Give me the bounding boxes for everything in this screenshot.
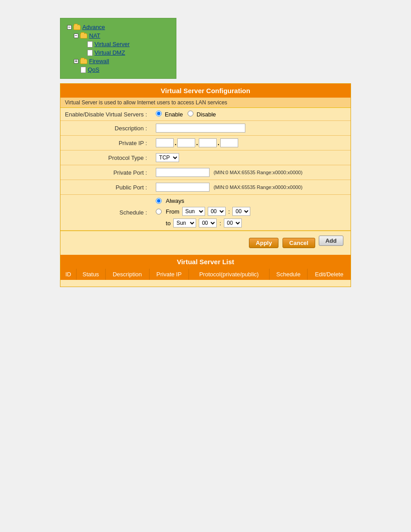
schedule-from-row: From Sun Mon Tue Wed Thu Fri Sat: [156, 207, 346, 216]
from-radio[interactable]: [156, 209, 162, 215]
config-section-title: Virtual Server Configuration: [60, 84, 351, 98]
config-panel: Virtual Server Configuration Virtual Ser…: [60, 83, 351, 287]
list-empty-row: [60, 280, 351, 287]
cancel-button[interactable]: Cancel: [283, 238, 315, 248]
private-port-value: (MIN:0 MAX:65535 Range:x0000:x0000): [151, 165, 351, 180]
private-port-hint: (MIN:0 MAX:65535 Range:x0000:x0000): [214, 170, 303, 175]
col-status: Status: [76, 269, 105, 280]
schedule-label: Schedule :: [60, 195, 151, 231]
description-value: [151, 121, 351, 136]
ip-octet1[interactable]: [156, 138, 174, 147]
disable-radio-label[interactable]: Disable: [188, 111, 216, 118]
enable-disable-row: Enable/Disable Virtual Servers : Enable …: [60, 108, 351, 121]
public-port-value: (MIN:0 MAX:65535 Range:x0000:x0000): [151, 180, 351, 195]
firewall-link[interactable]: Firewall: [89, 58, 109, 64]
protocol-type-row: Protocol Type : TCP UDP Both: [60, 150, 351, 165]
protocol-type-value: TCP UDP Both: [151, 150, 351, 165]
from-hour-select[interactable]: 00: [208, 207, 226, 216]
ip-octet4[interactable]: [220, 138, 238, 147]
schedule-value: Always From Sun Mon Tue Wed Thu Fr: [151, 195, 351, 231]
description-label: Description :: [60, 121, 151, 136]
protocol-type-label: Protocol Type :: [60, 150, 151, 165]
nat-folder-icon: [80, 33, 87, 39]
public-port-input[interactable]: [156, 183, 210, 192]
always-label: Always: [166, 197, 184, 204]
ip-octet3[interactable]: [199, 138, 217, 147]
always-radio[interactable]: [156, 198, 162, 204]
to-day-select[interactable]: Sun Mon Tue Wed Thu Fri Sat: [173, 219, 196, 227]
from-day-select[interactable]: Sun Mon Tue Wed Thu Fri Sat: [182, 207, 205, 216]
nav-advance[interactable]: − Advance: [67, 23, 169, 31]
virtual-server-link[interactable]: Virtual Server: [94, 41, 130, 47]
public-port-label: Public Port :: [60, 180, 151, 195]
nav-virtual-dmz[interactable]: Virtual DMZ: [67, 48, 169, 57]
nav-tree: − Advance − NAT Virtual Server Virtual D…: [60, 18, 176, 79]
enable-disable-value: Enable Disable: [151, 108, 351, 121]
nav-virtual-server[interactable]: Virtual Server: [67, 40, 169, 48]
private-port-row: Private Port : (MIN:0 MAX:65535 Range:x0…: [60, 165, 351, 180]
nav-qos[interactable]: QoS: [67, 65, 169, 74]
add-button[interactable]: Add: [319, 236, 343, 246]
public-port-row: Public Port : (MIN:0 MAX:65535 Range:x00…: [60, 180, 351, 195]
to-min-select[interactable]: 00: [224, 219, 242, 227]
private-ip-row: Private IP : . . .: [60, 136, 351, 150]
virtual-server-doc-icon: [87, 41, 93, 47]
minus-icon[interactable]: −: [67, 25, 72, 30]
disable-radio[interactable]: [188, 111, 193, 116]
col-schedule: Schedule: [269, 269, 307, 280]
schedule-row: Schedule : Always From Sun Mon: [60, 195, 351, 231]
nat-link[interactable]: NAT: [89, 32, 100, 39]
from-label: From: [166, 208, 179, 215]
private-ip-label: Private IP :: [60, 136, 151, 150]
firewall-plus-icon[interactable]: +: [74, 59, 78, 64]
public-port-hint: (MIN:0 MAX:65535 Range:x0000:x0000): [214, 184, 303, 190]
protocol-select[interactable]: TCP UDP Both: [156, 153, 179, 162]
list-section-title: Virtual Server List: [60, 255, 351, 269]
enable-radio[interactable]: [156, 111, 162, 116]
apply-cancel-row: Apply Cancel: [60, 236, 351, 250]
ip-input-group: . . .: [156, 138, 346, 147]
private-port-input[interactable]: [156, 168, 210, 177]
qos-link[interactable]: QoS: [88, 66, 99, 73]
virtual-dmz-doc-icon: [87, 50, 93, 56]
config-table: Enable/Disable Virtual Servers : Enable …: [60, 108, 351, 231]
description-input[interactable]: [156, 124, 245, 133]
schedule-to-row: to Sun Mon Tue Wed Thu Fri Sat: [156, 219, 346, 227]
add-row: Add: [60, 231, 351, 236]
ip-dot1: .: [175, 139, 176, 146]
info-bar: Virtual Server is used to allow Internet…: [60, 98, 351, 108]
col-edit-delete: Edit/Delete: [308, 269, 351, 280]
apply-button[interactable]: Apply: [249, 238, 278, 248]
nav-nat[interactable]: − NAT: [67, 31, 169, 40]
col-description: Description: [105, 269, 149, 280]
schedule-section: Always From Sun Mon Tue Wed Thu Fr: [156, 197, 346, 227]
firewall-folder-icon: [80, 59, 87, 64]
col-protocol: Protocol(private/public): [188, 269, 269, 280]
nat-minus-icon[interactable]: −: [74, 34, 78, 38]
enable-radio-label[interactable]: Enable: [156, 111, 184, 118]
list-header-row: ID Status Description Private IP Protoco…: [60, 269, 351, 280]
list-table: ID Status Description Private IP Protoco…: [60, 269, 351, 287]
private-ip-value: . . .: [151, 136, 351, 150]
enable-disable-label: Enable/Disable Virtual Servers :: [60, 108, 151, 121]
to-label: to: [166, 220, 171, 227]
ip-dot2: .: [196, 139, 198, 146]
advance-link[interactable]: Advance: [82, 24, 105, 30]
qos-doc-icon: [81, 67, 86, 73]
virtual-dmz-link[interactable]: Virtual DMZ: [94, 49, 125, 56]
ip-dot3: .: [218, 139, 219, 146]
col-private-ip: Private IP: [149, 269, 188, 280]
from-min-select[interactable]: 00: [232, 207, 250, 216]
description-row: Description :: [60, 121, 351, 136]
schedule-always-row: Always: [156, 197, 346, 204]
col-id: ID: [60, 269, 76, 280]
ip-octet2[interactable]: [177, 138, 195, 147]
advance-folder-icon: [73, 25, 81, 30]
private-port-label: Private Port :: [60, 165, 151, 180]
nav-firewall[interactable]: + Firewall: [67, 57, 169, 65]
to-hour-select[interactable]: 00: [199, 219, 217, 227]
